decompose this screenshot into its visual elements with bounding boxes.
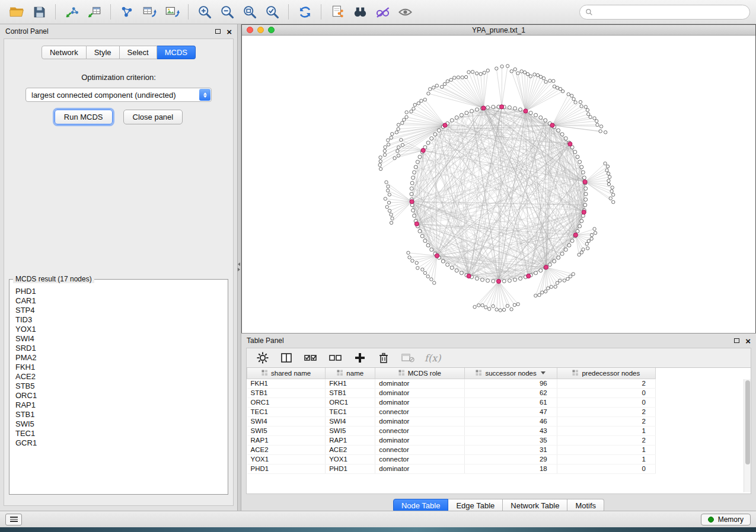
table-row[interactable]: STB1STB1dominator620 <box>247 388 656 398</box>
add-row-button[interactable] <box>352 350 368 366</box>
close-window-icon[interactable] <box>247 27 253 33</box>
float-panel-icon[interactable] <box>215 29 221 34</box>
zoom-out-button[interactable] <box>216 2 238 21</box>
tab-network[interactable]: Network <box>42 46 87 59</box>
find-button[interactable] <box>349 2 371 21</box>
import-network-button[interactable] <box>61 2 82 21</box>
mcds-result-item[interactable]: YOX1 <box>15 325 227 334</box>
mcds-result-item[interactable]: ACE2 <box>15 372 227 382</box>
delete-row-button[interactable] <box>376 350 391 366</box>
clear-selection-button[interactable] <box>327 350 344 366</box>
table-row[interactable]: RAP1RAP1dominator352 <box>247 435 656 445</box>
scrollbar-thumb[interactable] <box>745 380 750 464</box>
select-all-button[interactable] <box>302 350 319 366</box>
zoom-in-button[interactable] <box>194 2 215 21</box>
toolbar-separator <box>110 4 111 20</box>
mcds-result-item[interactable]: STB5 <box>15 382 227 391</box>
mcds-result-item[interactable]: PMA2 <box>15 353 227 363</box>
table-row[interactable]: SWI4SWI4dominator462 <box>247 416 656 426</box>
control-panel-tabs: NetworkStyleSelectMCDS <box>42 46 196 59</box>
main-area: Control Panel × NetworkStyleSelectMCDS O… <box>0 24 756 511</box>
mcds-result-item[interactable]: TEC1 <box>15 429 227 438</box>
column-header-shared-name[interactable]: shared name <box>247 368 326 379</box>
network-graph[interactable] <box>242 36 755 333</box>
table-cell: 29 <box>464 454 557 464</box>
show-columns-button[interactable] <box>279 350 294 366</box>
mcds-result-item[interactable]: SRD1 <box>15 344 227 353</box>
zoom-selected-button[interactable] <box>261 2 283 21</box>
window-controls <box>247 27 275 33</box>
table-settings-button[interactable] <box>255 350 270 366</box>
table-cell: FKH1 <box>326 379 375 388</box>
close-panel-icon[interactable]: × <box>227 27 232 36</box>
table-row[interactable]: FKH1FKH1dominator962 <box>247 379 656 388</box>
tab-style[interactable]: Style <box>87 46 120 59</box>
column-header-predecessor-nodes[interactable]: predecessor nodes <box>557 368 655 379</box>
export-image-button[interactable] <box>161 2 183 21</box>
status-menu-button[interactable] <box>5 514 22 525</box>
hide-selected-button[interactable] <box>372 2 393 21</box>
table-panel-title: Table Panel <box>247 336 284 345</box>
table-row[interactable]: ORC1ORC1dominator610 <box>247 398 656 407</box>
mcds-result-item[interactable]: TID3 <box>15 315 227 325</box>
table-cell: connector <box>375 445 464 454</box>
tab-select[interactable]: Select <box>120 46 157 59</box>
select-value: largest connected component (undirected) <box>31 91 176 100</box>
mcds-result-item[interactable]: SWI4 <box>15 334 227 344</box>
panel-splitter[interactable] <box>237 24 241 511</box>
control-panel-body: NetworkStyleSelectMCDS Optimization crit… <box>4 39 234 506</box>
table-row[interactable]: YOX1YOX1connector291 <box>247 454 656 464</box>
optimization-criterion-select[interactable]: largest connected component (undirected) <box>25 88 212 102</box>
node-table-header-row: shared namenameMCDS rolesuccessor nodesp… <box>247 368 656 379</box>
float-table-panel-icon[interactable] <box>734 338 739 343</box>
table-cell: 2 <box>557 379 655 388</box>
mcds-result-item[interactable]: PHD1 <box>15 287 227 296</box>
new-network-button[interactable] <box>116 2 138 21</box>
maximize-window-icon[interactable] <box>268 27 275 33</box>
network-titlebar[interactable]: YPA_prune.txt_1 <box>242 25 755 36</box>
mcds-result-item[interactable]: ORC1 <box>15 391 227 400</box>
table-cell: STB1 <box>326 388 375 398</box>
minimize-window-icon[interactable] <box>257 27 264 33</box>
table-row[interactable]: PHD1PHD1dominator180 <box>247 464 656 473</box>
mcds-result-item[interactable]: RAP1 <box>15 400 227 410</box>
tab-mcds[interactable]: MCDS <box>157 46 196 59</box>
mcds-result-item[interactable]: STP4 <box>15 306 227 315</box>
refresh-view-button[interactable] <box>294 2 315 21</box>
mcds-result-item[interactable]: STB1 <box>15 410 227 419</box>
table-cell: dominator <box>375 464 464 473</box>
network-from-table-button[interactable] <box>139 2 160 21</box>
memory-button[interactable]: Memory <box>701 514 751 525</box>
node-table-wrap: shared namenameMCDS rolesuccessor nodesp… <box>246 368 751 494</box>
mcds-result-item[interactable]: SWI5 <box>15 419 227 429</box>
mcds-result-item[interactable]: GCR1 <box>15 438 227 448</box>
show-all-button[interactable] <box>394 2 416 21</box>
export-image-icon <box>164 4 180 20</box>
open-folder-icon <box>9 4 24 20</box>
open-file-button[interactable] <box>6 2 27 21</box>
search-input[interactable] <box>596 8 744 16</box>
table-row[interactable]: SWI5SWI5connector431 <box>247 426 656 435</box>
table-row[interactable]: ACE2ACE2connector311 <box>247 445 656 454</box>
table-scrollbar[interactable] <box>744 379 751 492</box>
table-row[interactable]: TEC1TEC1connector472 <box>247 407 656 416</box>
column-header-mcds-role[interactable]: MCDS role <box>375 368 464 379</box>
import-table-button[interactable] <box>84 2 105 21</box>
table-cell: SWI5 <box>247 426 326 435</box>
share-document-button[interactable] <box>327 2 348 21</box>
network-canvas[interactable] <box>242 36 755 333</box>
table-cell: 1 <box>557 445 655 454</box>
mcds-result-item[interactable]: FKH1 <box>15 363 227 372</box>
column-header-name[interactable]: name <box>326 368 375 379</box>
close-panel-button[interactable]: Close panel <box>123 110 183 124</box>
run-mcds-button[interactable]: Run MCDS <box>55 110 113 124</box>
zoom-fit-button[interactable] <box>239 2 260 21</box>
share-document-icon <box>330 4 345 20</box>
mcds-result-item[interactable]: CAR1 <box>15 296 227 306</box>
node-table-body: FKH1FKH1dominator962STB1STB1dominator620… <box>247 379 656 473</box>
chevron-down-icon[interactable] <box>541 371 546 374</box>
close-table-panel-icon[interactable]: × <box>745 336 751 345</box>
save-session-button[interactable] <box>28 2 50 21</box>
splitter-arrows-icon[interactable] <box>238 262 240 271</box>
column-header-successor-nodes[interactable]: successor nodes <box>464 368 557 379</box>
